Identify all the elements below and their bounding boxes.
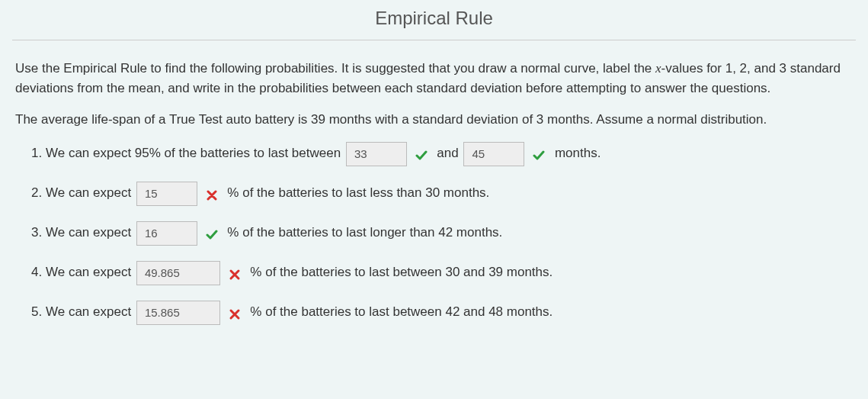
q2-lead: We can expect [46,185,131,200]
question-list: We can expect 95% of the batteries to la… [15,140,853,325]
q1-mid: and [437,146,458,160]
intro-text-a: Use the Empirical Rule to find the follo… [15,61,655,76]
q2-tail: % of the batteries to last less than 30 … [227,185,489,200]
question-1: We can expect 95% of the batteries to la… [46,140,853,166]
question-2: We can expect 15 % of the batteries to l… [46,180,853,206]
question-4: We can expect 49.865 % of the batteries … [46,259,853,285]
q3-tail: % of the batteries to last longer than 4… [227,225,502,240]
cross-icon [229,308,241,320]
q4-lead: We can expect [46,265,131,279]
question-3: We can expect 16 % of the batteries to l… [46,220,853,246]
q4-tail: % of the batteries to last between 30 an… [250,265,553,279]
question-5: We can expect 15.865 % of the batteries … [46,299,853,325]
check-icon [415,150,428,162]
cross-icon [206,189,218,201]
content-area: Use the Empirical Rule to find the follo… [0,59,868,354]
check-icon [206,229,218,241]
q2-answer[interactable]: 15 [136,182,197,206]
title-divider [12,40,856,40]
q1-answer-1[interactable]: 33 [346,142,407,166]
q5-tail: % of the batteries to last between 42 an… [250,304,553,319]
q5-lead: We can expect [46,304,131,319]
page-title: Empirical Rule [0,0,868,40]
q3-answer[interactable]: 16 [136,221,197,246]
q4-answer[interactable]: 49.865 [136,261,220,285]
check-icon [533,150,545,162]
variable-x: x [655,61,661,76]
q1-lead: We can expect 95% of the batteries to la… [46,146,341,160]
scenario-paragraph: The average life-span of a True Test aut… [15,110,853,130]
q5-answer[interactable]: 15.865 [136,301,220,325]
cross-icon [229,269,241,281]
q1-answer-2[interactable]: 45 [463,142,524,166]
q1-tail: months. [555,146,601,160]
q3-lead: We can expect [46,225,131,240]
instructions-paragraph: Use the Empirical Rule to find the follo… [15,59,853,99]
